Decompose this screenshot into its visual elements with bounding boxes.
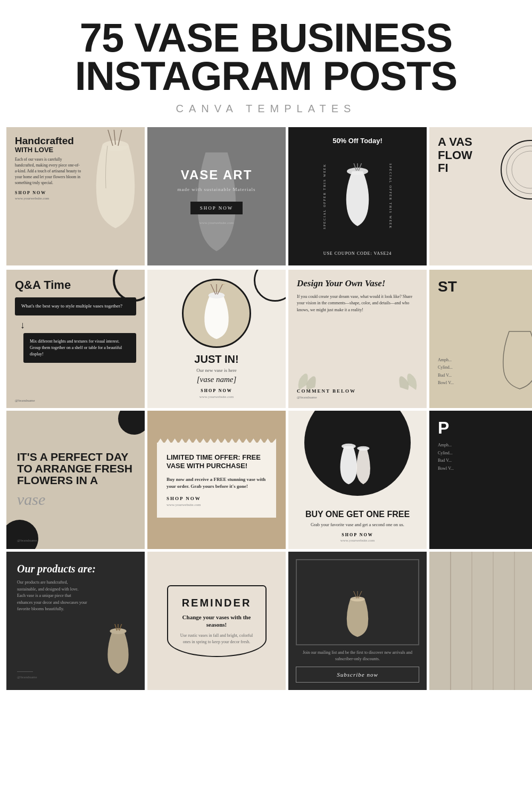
- vase-art-bg: [147, 127, 286, 265]
- card16-deco: [429, 552, 532, 690]
- card-vase-art: VASE ART made with sustainable Materials…: [147, 127, 286, 265]
- card6-vase-name: [vase name]: [197, 375, 237, 384]
- card4-text: A VAS FLOW FI: [438, 136, 532, 174]
- card13-divider: [17, 671, 33, 672]
- card15-vase-area: [296, 559, 419, 645]
- page-header: 75 VASE BUSINESS INSTAGRAM POSTS CANVA T…: [0, 0, 532, 123]
- card11-body: Grab your favorite vase and get a second…: [295, 522, 420, 527]
- grid-row-4: Our products are: Our products are handc…: [0, 552, 532, 695]
- card12-content: Amph... Cylind... Bud V... Bowl V...: [438, 442, 532, 472]
- card5-brand: @brandname: [15, 398, 35, 403]
- card-limited-offer: LIMITED TIME OFFER: FREE VASE WITH PURCH…: [147, 411, 286, 549]
- card-partial-2: ST Amph... Cylind... Bud V... Bowl V...: [429, 270, 532, 408]
- card3-vase: [336, 145, 379, 251]
- card5-deco-circle: [113, 270, 145, 302]
- card-just-in: JUST IN! Our new vase is here [vase name…: [147, 270, 286, 408]
- grid-row-2: Q&A Time What's the best way to style mu…: [0, 270, 532, 411]
- card11-headline: BUY ONE GET ONE FREE: [288, 510, 427, 519]
- card-qa: Q&A Time What's the best way to style mu…: [6, 270, 145, 408]
- svg-point-23: [221, 284, 226, 285]
- card-our-products: Our products are: Our products are handc…: [6, 552, 145, 690]
- card5-answer-box: Mix different heights and textures for v…: [23, 333, 136, 363]
- svg-point-24: [342, 444, 356, 449]
- card6-website: www.yourwebsite.com: [200, 395, 234, 399]
- card7-deco-leaves: [294, 363, 326, 392]
- card8-label: ST: [438, 278, 532, 295]
- card14-headline: REMINDER: [178, 597, 256, 609]
- card13-body: Our products are handcrafted, sustainabl…: [17, 579, 87, 612]
- card-bogo: BUY ONE GET ONE FREE Grab your favorite …: [288, 411, 427, 549]
- card6-circle-frame: [182, 279, 251, 348]
- card7-headline: Design Your Own Vase!: [297, 278, 418, 289]
- card2-subtext: made with sustainable Materials: [177, 187, 255, 192]
- card7-content: Design Your Own Vase! If you could creat…: [297, 278, 418, 313]
- card7-body: If you could create your dream vase, wha…: [297, 294, 418, 313]
- card15-subscribe-btn[interactable]: Subscribe now: [296, 667, 419, 683]
- card9-headline: IT'S A PERFECT DAY TO ARRANGE FRESH FLOW…: [17, 451, 134, 486]
- card7-brand: @brandname: [297, 395, 356, 400]
- card1-subheadline: WITH LOVE: [15, 146, 81, 154]
- vase-svg: [84, 130, 145, 257]
- card10-website: www.yourwebsite.com: [167, 503, 267, 507]
- card15-frame: [296, 559, 419, 645]
- card4-line2: FLOW: [438, 149, 532, 162]
- card8-deco: [493, 321, 532, 403]
- svg-point-25: [357, 446, 369, 451]
- card1-cta[interactable]: SHOP NOW: [15, 190, 81, 195]
- card6-headline: JUST IN!: [194, 353, 238, 365]
- card10-headline: LIMITED TIME OFFER: FREE VASE WITH PURCH…: [167, 453, 267, 471]
- card4-line3: FI: [438, 162, 532, 174]
- card11-website: www.yourwebsite.com: [288, 538, 427, 543]
- card10-paper: LIMITED TIME OFFER: FREE VASE WITH PURCH…: [157, 443, 276, 518]
- card2-headline: VASE ART: [181, 168, 253, 182]
- card-partial-4: [429, 552, 532, 690]
- grid-row-1: Handcrafted WITH LOVE Each of our vases …: [0, 123, 532, 270]
- card-50off: 50% Off Today! SPECIAL OFFER THIS WEEK S…: [288, 127, 427, 265]
- card-partial-1: A VAS FLOW FI: [429, 127, 532, 265]
- card1-vase-illustration: [84, 130, 145, 257]
- card8-lines: Amph... Cylind... Bud V... Bowl V...: [438, 356, 454, 387]
- card9-cursive: vase: [17, 491, 134, 509]
- card1-headline: Handcrafted: [15, 136, 81, 146]
- card6-deco: [254, 270, 286, 302]
- card1-text: Handcrafted WITH LOVE Each of our vases …: [15, 136, 81, 200]
- card14-subtext: Change your vases with the seasons!: [178, 613, 256, 629]
- card-handcrafted: Handcrafted WITH LOVE Each of our vases …: [6, 127, 145, 265]
- card-perfect-day: IT'S A PERFECT DAY TO ARRANGE FRESH FLOW…: [6, 411, 145, 549]
- card4-line1: A VAS: [438, 136, 532, 148]
- card1-body: Each of our vases is carefully handcraft…: [15, 157, 81, 186]
- card11-circle: [304, 411, 411, 496]
- card10-torn-top: [157, 438, 276, 444]
- card6-subtext: Our new vase is here: [196, 368, 236, 373]
- card14-box: REMINDER Change your vases with the seas…: [167, 585, 267, 658]
- card10-cta[interactable]: SHOP NOW: [167, 496, 267, 501]
- card2-website: www.yourwebsite.com: [200, 221, 234, 225]
- card1-website: www.yourwebsite.com: [15, 196, 81, 201]
- card9-brand: @brandname: [17, 538, 37, 543]
- card3-side-right: SPECIAL OFFER THIS WEEK: [389, 164, 392, 230]
- card-partial-3: P Amph... Cylind... Bud V... Bowl V...: [429, 411, 532, 549]
- card9-deco-blob-br: [6, 520, 38, 549]
- card3-side-left: SPECIAL OFFER THIS WEEK: [323, 164, 326, 230]
- card15-body: Join our mailing list and be the first t…: [296, 650, 419, 662]
- grid-row-3: IT'S A PERFECT DAY TO ARRANGE FRESH FLOW…: [0, 411, 532, 552]
- card-reminder: REMINDER Change your vases with the seas…: [147, 552, 286, 690]
- card3-coupon: USE COUPON CODE: VASE24: [323, 251, 392, 256]
- main-title: 75 VASE BUSINESS INSTAGRAM POSTS: [21, 19, 511, 95]
- card11-cta[interactable]: SHOP NOW: [288, 533, 427, 537]
- header-subtitle: CANVA TEMPLATES: [21, 103, 511, 115]
- card-design-vase: Design Your Own Vase! If you could creat…: [288, 270, 427, 408]
- card14-body: Use rustic vases in fall and bright, col…: [178, 633, 256, 645]
- card6-cta[interactable]: SHOP NOW: [201, 388, 232, 393]
- card7-deco-leaves-right: [389, 363, 421, 392]
- card9-deco-blob-tl: [118, 411, 145, 435]
- card10-body: Buy now and receive a FREE stunning vase…: [167, 476, 267, 491]
- card12-letter: P: [438, 419, 532, 436]
- card13-product-img: [99, 624, 137, 679]
- card3-top: 50% Off Today!: [332, 135, 383, 145]
- card5-question-box: What's the best way to style multiple va…: [15, 297, 136, 315]
- card13-headline: Our products are:: [17, 562, 134, 575]
- card5-arrow: ↓: [20, 320, 136, 331]
- card-subscribe: Join our mailing list and be the first t…: [288, 552, 427, 690]
- card2-cta-btn[interactable]: SHOP NOW: [190, 202, 243, 214]
